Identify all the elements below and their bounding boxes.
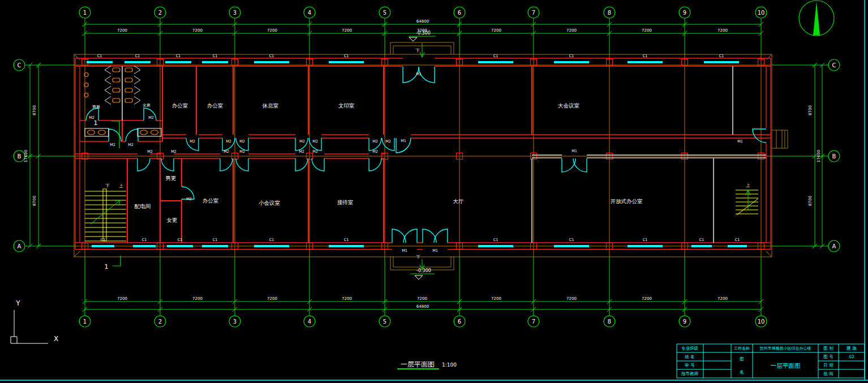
dim-bay: 7200 (192, 296, 203, 301)
dim-bay: 7200 (642, 28, 652, 33)
room-label: 办公室 (203, 197, 219, 204)
caption-title: 一层平面图 (401, 360, 435, 368)
door-tag: M1 (401, 139, 406, 143)
door-tag: M2 (148, 115, 154, 120)
wall-right (766, 58, 771, 249)
tb-project-value: 贺州市博雅苑小区综合办公楼 (760, 346, 811, 351)
axis-label: 4 (308, 319, 311, 325)
window-tag: C1 (97, 54, 102, 58)
room-label: 开放式办公室 (611, 198, 643, 204)
axis-label: 6 (458, 10, 461, 16)
tb-label-category: 图 别 (823, 346, 833, 351)
floor-plan-canvas[interactable]: 1 2 3 4 5 6 7 8 9 10 1 2 3 4 5 6 7 8 9 1… (0, 0, 868, 383)
room-label: 小会议室 (259, 200, 280, 206)
room-label: 女厕 (143, 103, 151, 107)
axis-label: C (832, 62, 836, 68)
room-label: 男厕 (92, 105, 100, 109)
room-labels: 办公室 办公室 休息室 文印室 大会议室 配电间 男更 女更 办公室 小会议室 … (92, 102, 643, 223)
door-tag: M2 (239, 149, 245, 154)
tb-label-date: 日 期 (823, 363, 833, 368)
building-envelope (74, 54, 772, 257)
level-text: -0.300 (416, 268, 431, 273)
room-label: 休息室 (262, 102, 279, 109)
ucs-x-label: X (54, 335, 58, 343)
axis-label: 9 (683, 10, 686, 16)
axis-label: 1 (83, 10, 87, 16)
north-arrow-needle (813, 2, 820, 35)
toilet-walls (80, 121, 162, 141)
axis-label: 10 (758, 10, 765, 16)
entry-down-label: 下 (416, 49, 420, 53)
axis-label: 3 (233, 319, 237, 325)
dim-bay: 7200 (717, 28, 728, 33)
axis-label: 6 (458, 319, 461, 325)
window-tag: C1 (699, 238, 704, 242)
axis-label: 3 (233, 10, 237, 16)
dim-row-total: 17400 (817, 150, 821, 162)
level-underlines (409, 36, 436, 274)
room-label: 大会议室 (558, 102, 579, 109)
window-tag: C1 (735, 238, 740, 242)
axis-label: 2 (158, 10, 162, 16)
window-tag: C1 (213, 54, 218, 58)
door-tag: M2 (147, 149, 153, 154)
section-mark: 1 (94, 119, 98, 127)
window-tag: C1 (344, 238, 349, 242)
cad-viewport[interactable]: 1 2 3 4 5 6 7 8 9 10 1 2 3 4 5 6 7 8 9 1… (0, 0, 868, 383)
door-tag: M1 (737, 139, 743, 144)
toilet-fixture (113, 78, 120, 82)
door-tag: M2 (171, 149, 177, 154)
dim-total: 64800 (416, 304, 429, 309)
door-tag: M2 (190, 139, 195, 144)
toilet-fixture (125, 78, 132, 82)
section-mark: 1 (105, 263, 109, 270)
tb-value-sheetno: 02 (849, 354, 854, 359)
stair-east-treads (736, 190, 758, 215)
window-tag: C1 (213, 238, 218, 242)
room-label: 配电间 (135, 203, 151, 209)
window-tag: C1 (643, 238, 648, 242)
basin-counter (137, 128, 161, 136)
door-tag: M2 (110, 143, 115, 147)
dim-bay: 7200 (717, 296, 728, 301)
door-tag: M2 (226, 139, 231, 144)
wall-corridor-top (162, 135, 771, 138)
basin-bowl (140, 130, 148, 135)
axis-label: 9 (683, 319, 686, 325)
door-tag: M1 (432, 248, 438, 253)
title-block: 专业班级 姓 名 学 号 指导教师 工程名称 图 名 贺州市博雅苑小区综合办公楼… (677, 344, 865, 378)
drawing-caption: 一层平面图 1:100 (397, 360, 457, 369)
axis-label: 1 (83, 319, 87, 325)
dim-row: 8700 (808, 196, 813, 206)
axis-label: 10 (758, 319, 765, 325)
door-tag: M2 (224, 149, 229, 154)
walls-layer (75, 58, 771, 249)
door-tag: M2 (385, 139, 391, 144)
tb-label-number: 学 号 (685, 363, 695, 368)
window-tag: C1 (569, 238, 574, 242)
ucs-y-label: Y (15, 299, 20, 307)
window-tag: C1 (178, 238, 183, 242)
door-tag: M1 (416, 72, 422, 76)
room-label: 办公室 (172, 102, 188, 109)
axis-label: 5 (383, 319, 386, 325)
stair-up-label: 上 (119, 184, 123, 188)
dim-row: 8700 (32, 105, 37, 115)
door-tag: M2 (299, 149, 304, 154)
window-tag: C1 (719, 54, 724, 58)
dim-bay: 7200 (566, 296, 577, 301)
basin-counter (85, 128, 109, 136)
grid-horizontals (25, 65, 828, 246)
tb-label-class: 专业班级 (681, 346, 699, 351)
axis-label: B (832, 153, 836, 160)
tb-label-sheet-2: 名 (740, 369, 744, 375)
toilet-fixture (125, 98, 132, 102)
axis-label: B (18, 153, 22, 160)
opening-tags: C1 C1 C1 C1 C1 C1 C1 C1 C1 C1 C1 C1 C1 C… (89, 54, 743, 253)
stair-west-treads (85, 191, 126, 241)
ucs-axes (11, 310, 48, 343)
axis-label: 7 (532, 10, 535, 16)
dim-row-total: 17400 (24, 150, 28, 162)
side-stoop (772, 130, 788, 148)
window-tag: C1 (269, 238, 274, 242)
